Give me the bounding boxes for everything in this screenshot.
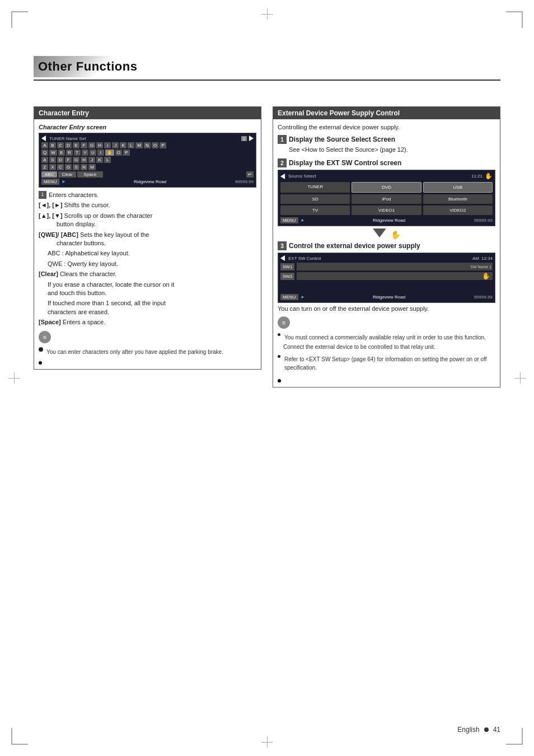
desc-item-space: [Space] Enters a space. [39,318,256,326]
screen-num-badge: 1 [241,136,247,141]
source-dvd: DVD [352,182,421,193]
desc-note-erase2: If touched more than 1 second, all the i… [39,299,256,316]
item-clear-text: Clears the character. [60,270,117,277]
source-hand-icon: ✋ [485,172,493,180]
step-2-header: 2 Display the EXT SW Control screen [278,158,495,167]
source-video1: VIDEO1 [352,206,421,215]
desc-item-clear: [Clear] Clears the character. [39,270,256,278]
content-area: Character Entry Character Entry screen T… [34,106,500,711]
screen-top-bar: TUNER Name Set 1 [41,136,254,141]
ext-sw-screen: EXT SW Control AM 12:34 SW1 SW Name 1 SW… [278,253,495,303]
source-screen-label: Source Select [288,174,316,179]
language-label: English [457,726,479,734]
char-row-2: QWERTYUI✋OP [41,150,254,156]
ext-time-icon: AM [472,256,479,261]
note-row: ≡ [39,331,256,343]
step-1-header: 1 Display the Source Select Screen [278,135,495,144]
right-note-sub: Connect the external device to be contro… [278,343,495,351]
character-entry-section: Character Entry Character Entry screen T… [34,106,261,370]
page-header: Other Functions [34,56,500,81]
right-note-row: ≡ [278,316,495,329]
step-3-title: Control the external device power supply [289,242,420,250]
right-column: External Device Power Supply Control Con… [273,106,500,711]
corner-mark-tl [11,11,28,28]
ext-device-section: External Device Power Supply Control Con… [273,106,500,388]
nav-arrow-right-icon [249,136,254,141]
character-entry-content: Character Entry screen TUNER Name Set 1 [34,119,261,369]
screen-nav-bar: MENU ➤ Ridgeview Road 99999.99 [41,179,254,185]
step-1-title: Display the Source Select Screen [289,136,395,143]
desc-sub-abc: ABC : Alphabetical key layout. [39,249,256,258]
corner-mark-br [506,728,523,745]
page-circle-icon [484,727,489,732]
down-arrow-icon [373,228,386,237]
right-bottom-bullet-icon [278,379,281,382]
desc-item-scroll: [▲], [▼] Scrolls up or down the characte… [39,212,256,229]
ext-screen-top-bar: EXT SW Control AM 12:34 [280,255,493,261]
step-1-detail: See <How to Select the Source> (page 12)… [278,146,495,153]
source-tuner: TUNER [280,182,350,193]
corner-mark-tr [506,11,523,28]
source-nav-bar: MENU ➤ Ridgeview Road 99999.99 [280,217,493,223]
right-bottom-dot [278,376,495,382]
reg-mark-right [514,372,526,384]
bullet-icon [39,347,43,352]
source-screen-top-bar: Source Select 11:21 ✋ [280,172,493,180]
corner-mark-bl [11,728,28,745]
right-note-2-text: Refer to <EXT SW Setup> (page 64) for in… [283,355,495,372]
ext-sw1-row: SW1 SW Name 1 [280,263,493,270]
reg-mark-top [261,8,273,20]
right-notes-list: You must connect a commercially availabl… [278,331,495,372]
hand-icon-2: ✋ [391,230,400,239]
ext-screen-label: EXT SW Control [288,256,321,261]
ext-nav-bar: MENU ➤ Ridgeview Road 99999.99 [280,294,493,300]
character-entry-screen: TUNER Name Set 1 ABCDEFGHIJKLMNOP QWERTY… [39,133,256,188]
left-bottom-dot [39,358,256,365]
source-usb: USB [423,182,493,193]
parking-note: You can enter characters only after you … [39,346,256,356]
desc-item-qwe: [QWE]/ [ABC] Sets the key layout of thec… [39,231,256,248]
page-number: 41 [493,726,500,734]
desc-item-1: 1 Enters characters. [39,191,256,199]
ext-sw2-bar: ✋ [297,272,493,280]
item-qwe-text: Sets the key layout of the [80,231,149,238]
char-row-5: ABC Clear Space ↵ [41,171,254,178]
char-row-1: ABCDEFGHIJKLMNOP [41,142,254,148]
item-space-text: Enters a space. [63,319,105,325]
ext-sw1-label: SW1 [280,263,294,270]
desc-list: 1 Enters characters. [◄], [►] Shifts the… [39,191,256,326]
ext-sw-name: SW Name 1 [470,265,491,269]
step-3-detail: You can turn on or off the external devi… [278,305,495,312]
source-time: 11:21 [471,174,483,179]
desc-item-cursor: [◄], [►] Shifts the cursor. [39,201,256,209]
right-note-sub-text: Connect the external device to be contro… [283,344,435,350]
ext-time: 12:34 [481,256,493,261]
ext-sw2-label: SW2 [280,273,294,280]
source-nav-left-icon [280,174,285,179]
parking-note-text: You can enter characters only after you … [45,348,223,356]
source-tv: TV [280,206,350,215]
page-footer: English 41 [457,726,500,734]
source-select-screen: Source Select 11:21 ✋ TUNER DVD USB SD i… [278,170,495,226]
screen-label: TUNER Name Set [49,136,86,141]
item-cursor-text: Shifts the cursor. [64,202,110,208]
bottom-bullet-icon [39,361,42,365]
item-scroll-text: Scrolls up or down the character [64,212,153,219]
bullet-1-icon [278,333,280,336]
char-row-3: ASDFGHJKL [41,157,254,163]
step-3-header: 3 Control the external device power supp… [278,241,495,250]
step-2-title: Display the EXT SW Control screen [289,159,401,167]
ext-sw2-hand-icon: ✋ [482,272,490,280]
source-ipod: iPod [352,194,421,204]
page-title-underline [34,80,500,81]
desc-sub-qwe: QWE : Qwerty key layout. [39,260,256,268]
reg-mark-bottom [261,736,273,748]
note-icon: ≡ [39,331,51,343]
source-grid: TUNER DVD USB SD iPod Bluetooth TV VIDEO… [280,182,493,215]
page-title-bg: Other Functions [34,56,148,77]
desc-note-erase1: If you erase a character, locate the cur… [39,281,256,298]
right-note-2: Refer to <EXT SW Setup> (page 64) for in… [278,353,495,372]
left-column: Character Entry Character Entry screen T… [34,106,261,711]
ext-spacer [280,282,493,293]
subsection-title: Character Entry screen [39,124,256,130]
